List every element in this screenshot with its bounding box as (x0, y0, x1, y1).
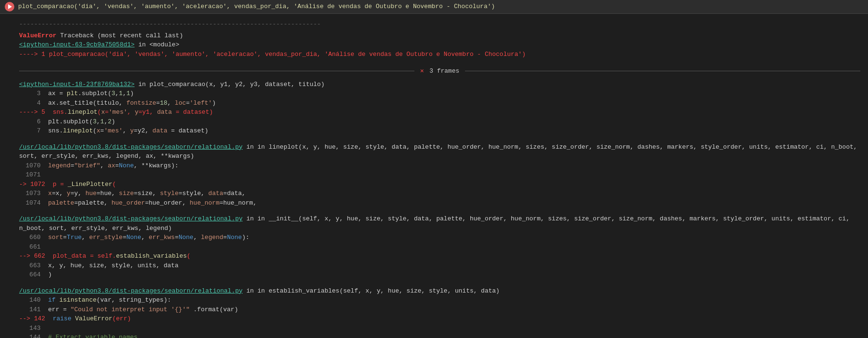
input-link-1[interactable]: <ipython-input-63-9cb9a75058d1> (19, 41, 135, 48)
seaborn-link-2[interactable]: /usr/local/lib/python3.8/dist-packages/s… (19, 215, 243, 222)
code-7: sns.lineplot(x='mes', y=y2, data = datas… (48, 127, 209, 134)
func-call: plot_comparacao('dia', 'vendas', 'aument… (18, 3, 495, 10)
input-link-line-2: <ipython-input-18-23f8769ba132> in plot_… (19, 80, 860, 89)
section-ipython: <ipython-input-18-23f8769ba132> in plot_… (19, 80, 860, 136)
code-line-663: 663 x, y, hue, size, style, units, data (19, 261, 860, 271)
code-line-1070: 1070 legend="brief", ax=None, **kwargs): (19, 161, 860, 171)
section-seaborn-2: /usr/local/lib/python3.8/dist-packages/s… (19, 214, 860, 280)
code-line-662: --> 662 plot_data = self.establish_varia… (19, 251, 860, 261)
code-140: if isinstance(var, string_types): (48, 296, 171, 304)
linenum-660: 660 (19, 233, 41, 242)
linenum-1073: 1073 (19, 189, 41, 198)
run-button[interactable] (5, 2, 14, 11)
code-line-1073: 1073 x=x, y=y, hue=hue, size=size, style… (19, 189, 860, 198)
linenum-7: 7 (19, 126, 41, 136)
code-6: plt.subplot(3,1,2) (48, 118, 116, 125)
linenum-144: 144 (19, 333, 41, 338)
linenum-663: 663 (19, 261, 41, 271)
code-line-5: ----> 5 sns.lineplot(x='mes', y=y1, data… (19, 108, 860, 117)
code-line-7: 7 sns.lineplot(x='mes', y=y2, data = dat… (19, 126, 860, 136)
linenum-664: 664 (19, 270, 41, 280)
linenum-1072: -> 1072 (19, 180, 45, 189)
divider: ----------------------------------------… (19, 20, 860, 29)
arrow-line-1: ----> 1 plot_comparacao('dia', 'vendas',… (19, 50, 860, 59)
seaborn-link-1[interactable]: /usr/local/lib/python3.8/dist-packages/s… (19, 143, 243, 151)
code-line-6: 6 plt.subplot(3,1,2) (19, 117, 860, 127)
code-662: plot_data = self.establish_variables( (53, 252, 191, 260)
value-error-label: ValueError (19, 31, 56, 41)
code-line-142: --> 142 raise ValueError(err) (19, 314, 860, 324)
input-link-line-1: <ipython-input-63-9cb9a75058d1> in <modu… (19, 40, 860, 50)
in-module: in <module> (138, 41, 180, 48)
input-link-2[interactable]: <ipython-input-18-23f8769ba132> (19, 81, 135, 88)
code-664: ) (48, 271, 52, 278)
linenum-662: --> 662 (19, 251, 45, 261)
seaborn-link-line-3: /usr/local/lib/python3.8/dist-packages/s… (19, 286, 860, 296)
code-line-144: 144 # Extract variable names (19, 333, 860, 338)
seaborn-link-line-2: /usr/local/lib/python3.8/dist-packages/s… (19, 214, 860, 233)
code-5: sns.lineplot(x='mes', y=y1, data = datas… (53, 109, 213, 116)
linenum-140: 140 (19, 295, 41, 305)
in-func-2: in plot_comparacao(x, y1, y2, y3, datase… (138, 81, 325, 88)
divider-right (465, 71, 860, 71)
linenum-4: 4 (19, 98, 41, 108)
code-line-3: 3 ax = plt.subplot(3,1,1) (19, 89, 860, 98)
linenum-1071: 1071 (19, 170, 41, 180)
code-line-140: 140 if isinstance(var, string_types): (19, 295, 860, 305)
code-1073: x=x, y=y, hue=hue, size=size, style=styl… (48, 190, 246, 197)
divider-left (19, 71, 414, 71)
linenum-3: 3 (19, 89, 41, 98)
code-line-660: 660 sort=True, err_style=None, err_kws=N… (19, 233, 860, 242)
linenum-1070: 1070 (19, 161, 41, 171)
top-bar: plot_comparacao('dia', 'vendas', 'aument… (0, 0, 868, 14)
linenum-142: --> 142 (19, 314, 45, 324)
top-code-line: plot_comparacao('dia', 'vendas', 'aument… (18, 2, 495, 11)
code-line-664: 664 ) (19, 270, 860, 280)
code-660: sort=True, err_style=None, err_kws=None,… (48, 234, 249, 241)
code-line-1072: -> 1072 p = _LinePlotter( (19, 180, 860, 189)
code-4: ax.set_title(titulo, fontsize=18, loc='l… (48, 99, 216, 107)
seaborn-link-line-1: /usr/local/lib/python3.8/dist-packages/s… (19, 142, 860, 161)
code-663: x, y, hue, size, style, units, data (48, 262, 179, 269)
section-seaborn-3: /usr/local/lib/python3.8/dist-packages/s… (19, 286, 860, 338)
code-1074: palette=palette, hue_order=hue_order, hu… (48, 199, 257, 207)
code-line-1074: 1074 palette=palette, hue_order=hue_orde… (19, 198, 860, 208)
linenum-6: 6 (19, 117, 41, 127)
code-1070: legend="brief", ax=None, **kwargs): (48, 162, 179, 169)
code-line-4: 4 ax.set_title(titulo, fontsize=18, loc=… (19, 98, 860, 108)
code-line-141: 141 err = "Could not interpret input '{}… (19, 305, 860, 315)
frames-text: ✕ 3 frames (420, 66, 459, 76)
frames-divider: ✕ 3 frames (19, 66, 860, 76)
linenum-5: ----> 5 (19, 108, 45, 117)
in-func-5: in in establish_variables(self, x, y, hu… (246, 287, 500, 294)
error-panel: plot_comparacao('dia', 'vendas', 'aument… (0, 0, 868, 338)
code-3: ax = plt.subplot(3,1,1) (48, 90, 134, 97)
linenum-661: 661 (19, 242, 41, 252)
value-error-header: ValueError Traceback (most recent call l… (19, 31, 860, 41)
traceback-label: Traceback (most recent call last) (60, 31, 183, 41)
linenum-143: 143 (19, 324, 41, 333)
code-141: err = "Could not interpret input '{}'" .… (48, 306, 238, 313)
code-142: raise ValueError(err) (53, 315, 131, 322)
code-144: # Extract variable names (48, 334, 138, 338)
code-1072: p = _LinePlotter( (53, 181, 116, 188)
seaborn-link-3[interactable]: /usr/local/lib/python3.8/dist-packages/s… (19, 287, 243, 294)
x-icon: ✕ (420, 67, 424, 75)
code-line-143: 143 (19, 324, 860, 333)
code-line-661: 661 (19, 242, 860, 252)
section-seaborn-1: /usr/local/lib/python3.8/dist-packages/s… (19, 142, 860, 208)
linenum-1074: 1074 (19, 198, 41, 208)
code-line-1071: 1071 (19, 170, 860, 180)
linenum-141: 141 (19, 305, 41, 315)
error-content: ----------------------------------------… (0, 14, 868, 338)
